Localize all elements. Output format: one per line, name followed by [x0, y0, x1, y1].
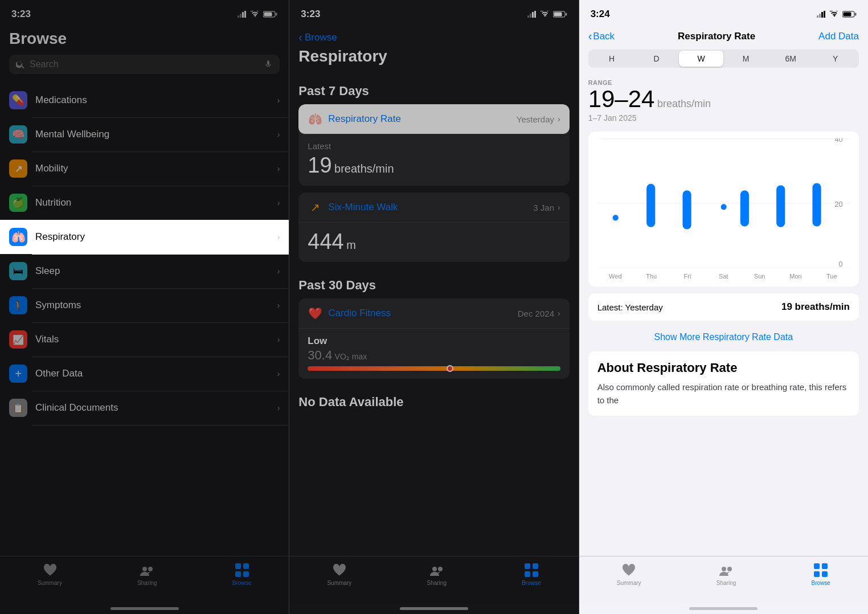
- svg-point-47: [727, 567, 732, 571]
- back-nav-2[interactable]: ‹ Browse: [298, 27, 569, 45]
- x-label-thu: Thu: [633, 273, 669, 280]
- list-item-respiratory[interactable]: 🫁 Respiratory ›: [0, 220, 289, 254]
- range-section: RANGE 19–24 breaths/min 1–7 Jan 2025: [579, 72, 868, 127]
- x-label-tue: Tue: [814, 273, 850, 280]
- status-icons-1: [238, 11, 277, 18]
- list-item-nutrition[interactable]: 🍏 Nutrition ›: [0, 186, 289, 220]
- range-date: 1–7 Jan 2025: [588, 113, 859, 122]
- vo2-value: 30.4: [308, 348, 332, 362]
- svg-rect-27: [819, 14, 821, 18]
- svg-rect-29: [824, 11, 825, 18]
- add-data-button[interactable]: Add Data: [818, 31, 859, 42]
- svg-rect-9: [235, 563, 241, 569]
- list-item-clinical-docs[interactable]: 📋 Clinical Documents ›: [0, 391, 289, 425]
- list-item-mental-wellbeing[interactable]: 🧠 Mental Wellbeing ›: [0, 117, 289, 152]
- time-btn-H[interactable]: H: [589, 51, 634, 67]
- mobility-label: Mobility: [35, 163, 277, 174]
- mobility-chevron: ›: [277, 164, 280, 173]
- respiratory-content: Past 7 Days 🫁 Respiratory Rate Yesterday…: [289, 75, 578, 556]
- past7-title: Past 7 Days: [298, 75, 569, 104]
- heart-icon-2: [331, 562, 347, 578]
- back-button-3[interactable]: ‹ Back: [588, 30, 615, 43]
- respiratory-rate-chevron: ›: [558, 114, 560, 124]
- search-input[interactable]: [30, 59, 259, 69]
- wifi-icon: [251, 11, 260, 18]
- sharing-icon-1: [139, 562, 155, 578]
- list-item-mobility[interactable]: ↗ Mobility ›: [0, 152, 289, 186]
- list-item-other-data[interactable]: + Other Data ›: [0, 357, 289, 391]
- six-minute-walk-row[interactable]: ↗ Six-Minute Walk 3 Jan ›: [298, 193, 569, 223]
- tab-browse-1[interactable]: Browse: [232, 562, 251, 586]
- tab-sharing-label-2: Sharing: [427, 580, 446, 586]
- tab-sharing-1[interactable]: Sharing: [137, 562, 157, 586]
- list-item-sleep[interactable]: 🛏 Sleep ›: [0, 254, 289, 288]
- svg-rect-11: [235, 571, 241, 577]
- vo2-unit: VO₂ max: [335, 352, 367, 361]
- signal-icon-2: [527, 11, 537, 18]
- tab-browse-3[interactable]: Browse: [812, 562, 830, 586]
- status-bar-3: 3:24: [579, 0, 868, 25]
- status-time-1: 3:23: [11, 9, 31, 20]
- respiratory-rate-row[interactable]: 🫁 Respiratory Rate Yesterday ›: [298, 104, 569, 134]
- vo2-dot: [447, 365, 453, 372]
- tab-sharing-3[interactable]: Sharing: [716, 562, 736, 586]
- mic-icon: [264, 60, 273, 69]
- time-selector: H D W M 6M Y: [588, 50, 859, 68]
- respiratory-rate-card: 🫁 Respiratory Rate Yesterday › Latest 19…: [298, 104, 569, 186]
- heart-icon-3: [621, 562, 637, 578]
- tab-summary-1[interactable]: Summary: [38, 562, 62, 586]
- svg-point-46: [722, 567, 726, 571]
- status-bar-1: 3:23: [0, 0, 289, 25]
- sharing-icon-3: [718, 562, 734, 578]
- svg-rect-51: [822, 571, 828, 577]
- tab-summary-3[interactable]: Summary: [617, 562, 641, 586]
- cardio-fitness-chevron: ›: [558, 309, 560, 318]
- cardio-fitness-row[interactable]: ❤️ Cardio Fitness Dec 2024 ›: [298, 298, 569, 329]
- battery-icon: [263, 11, 277, 18]
- list-item-medications[interactable]: 💊 Medications ›: [0, 83, 289, 117]
- time-btn-6M[interactable]: 6M: [768, 51, 813, 67]
- respiratory-icon: 🫁: [9, 228, 27, 246]
- vo2-metric: Low 30.4 VO₂ max: [298, 329, 569, 379]
- six-minute-walk-date: 3 Jan: [533, 203, 554, 212]
- svg-rect-10: [243, 563, 249, 569]
- svg-rect-18: [566, 13, 567, 16]
- tab-browse-2[interactable]: Browse: [522, 562, 541, 586]
- cardio-fitness-label: Cardio Fitness: [328, 308, 517, 319]
- svg-rect-16: [534, 11, 536, 18]
- list-item-symptoms[interactable]: 🚶 Symptoms ›: [0, 288, 289, 322]
- time-btn-Y[interactable]: Y: [813, 51, 858, 67]
- svg-rect-13: [527, 15, 529, 18]
- tab-browse-label-3: Browse: [812, 580, 830, 586]
- list-item-vitals[interactable]: 📈 Vitals ›: [0, 322, 289, 357]
- respiratory-panel: 3:23 ‹ Browse Respiratory: [289, 0, 579, 614]
- battery-icon-2: [553, 11, 567, 18]
- search-bar[interactable]: [9, 55, 280, 74]
- vo2-bar: [308, 366, 560, 371]
- time-btn-W[interactable]: W: [679, 51, 724, 67]
- time-btn-M[interactable]: M: [723, 51, 768, 67]
- svg-text:20: 20: [834, 201, 842, 209]
- status-icons-2: [527, 11, 567, 18]
- back-label-3: Back: [593, 31, 615, 42]
- six-minute-walk-card: ↗ Six-Minute Walk 3 Jan › 444 m: [298, 193, 569, 262]
- clinical-docs-chevron: ›: [277, 403, 280, 412]
- show-more-link[interactable]: Show More Respiratory Rate Data: [579, 328, 868, 351]
- category-list: 💊 Medications › 🧠 Mental Wellbeing › ↗ M…: [0, 83, 289, 556]
- vitals-chevron: ›: [277, 335, 280, 344]
- medications-label: Medications: [35, 95, 277, 106]
- browse-title: Browse: [9, 27, 280, 52]
- svg-point-8: [148, 567, 153, 571]
- svg-rect-6: [264, 13, 272, 17]
- tab-sharing-2[interactable]: Sharing: [427, 562, 446, 586]
- home-indicator-2: [289, 603, 578, 614]
- tab-bar-2: Summary Sharing Browse: [289, 556, 578, 603]
- x-label-wed: Wed: [597, 273, 633, 280]
- respiratory-label: Respiratory: [35, 231, 277, 243]
- time-btn-D[interactable]: D: [634, 51, 679, 67]
- cardio-fitness-card: ❤️ Cardio Fitness Dec 2024 › Low 30.4 VO…: [298, 298, 569, 379]
- svg-point-7: [142, 567, 147, 571]
- tab-summary-2[interactable]: Summary: [327, 562, 351, 586]
- status-bar-2: 3:23: [289, 0, 578, 25]
- back-label-2: Browse: [305, 32, 337, 43]
